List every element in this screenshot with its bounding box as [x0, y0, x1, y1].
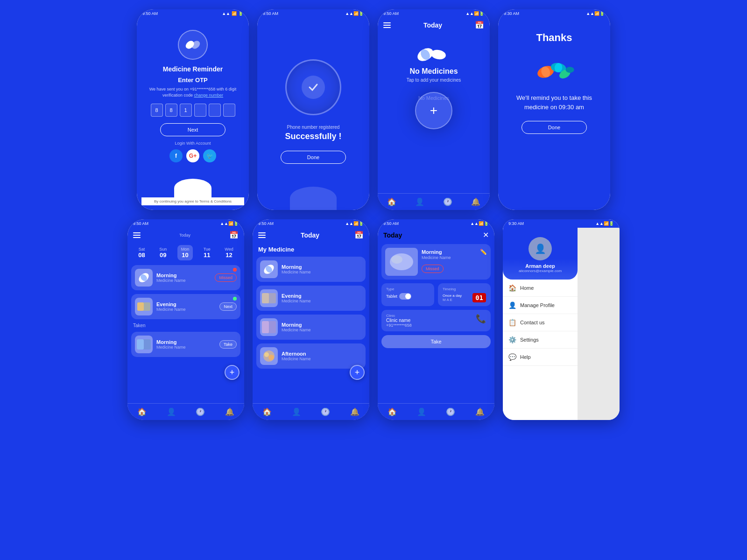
status-icons-4: ▲▲📶🔋 — [586, 11, 605, 16]
edit-icon[interactable]: ✏️ — [480, 249, 487, 255]
menu-item-home[interactable]: 🏠 Home — [503, 280, 578, 297]
nav-history-5[interactable]: 🕐 — [196, 407, 205, 416]
phone-otp: 9:50 AM ▲▲ 📶 🔋 Medicine Reminder Enter O… — [137, 9, 249, 210]
s6-morning-img — [260, 260, 278, 278]
s6-evening-card[interactable]: Evening Medicine Name — [256, 286, 366, 311]
tap-to-add-text: Tap to add your medicines — [407, 77, 461, 83]
svg-rect-25 — [262, 293, 269, 303]
evening-next-card[interactable]: Evening Medicine Name Next — [131, 294, 240, 319]
take-btn[interactable]: Take — [381, 335, 491, 348]
help-menu-icon: 💬 — [508, 353, 516, 361]
nav-profile-7[interactable]: 👤 — [417, 407, 426, 416]
close-icon[interactable]: ✕ — [483, 231, 489, 239]
taken-med-time: Morning — [156, 339, 216, 345]
pills-illustration — [531, 51, 578, 84]
menu-button-5[interactable] — [133, 232, 141, 238]
menu-header: 👤 Arman deep aliconnors@example.com — [503, 228, 578, 280]
morning-taken-card[interactable]: Morning Medicine Name Take — [131, 332, 240, 357]
s6-afternoon-name: Medicine Name — [282, 357, 362, 361]
menu-item-help[interactable]: 💬 Help — [503, 349, 578, 366]
svg-rect-28 — [262, 321, 269, 333]
s6-afternoon-time: Afternoon — [282, 351, 362, 357]
nav-bell-6[interactable]: 🔔 — [350, 407, 359, 416]
toggle-switch[interactable] — [399, 293, 411, 300]
change-number-link[interactable]: change number — [194, 93, 224, 98]
nav-bell-7[interactable]: 🔔 — [475, 407, 485, 416]
otp-box-3[interactable]: 1 — [180, 104, 192, 117]
otp-box-4[interactable] — [194, 104, 206, 117]
login-with-label: Login With Account — [175, 141, 211, 146]
date-sat[interactable]: Sat 08 — [134, 245, 148, 260]
phone-no-medicines: 9:50 AM ▲▲📶🔋 Today 📅 No Medicines — [378, 9, 490, 210]
otp-box-1[interactable]: 8 — [151, 104, 163, 117]
bottom-nav-5: 🏠 👤 🕐 🔔 — [127, 403, 244, 420]
nav-profile-3[interactable]: 👤 — [415, 197, 424, 206]
clinic-name: Clinic name — [386, 318, 472, 323]
menu-item-settings[interactable]: ⚙️ Settings — [503, 331, 578, 349]
phone-today-calendar: 9:50 AM ▲▲📶🔋 Today 📅 Sat 08 Sun — [127, 219, 244, 420]
my-medicine-screen: Today 📅 My Medicine Morning Medicine Nam… — [253, 228, 369, 420]
menu-button-3[interactable] — [383, 22, 391, 28]
s6-morning-card[interactable]: Morning Medicine Name — [256, 257, 366, 282]
next-button[interactable]: Next — [160, 123, 226, 136]
nav-bell-3[interactable]: 🔔 — [471, 197, 480, 206]
date-sun[interactable]: Sun 09 — [155, 245, 170, 260]
google-login-btn[interactable]: G+ — [186, 149, 199, 162]
otp-box-5[interactable] — [209, 104, 221, 117]
nav-home-7[interactable]: 🏠 — [388, 407, 397, 416]
today-calendar-screen: Today 📅 Sat 08 Sun 09 Mon 10 Tue — [127, 228, 244, 420]
menu-button-6[interactable] — [258, 232, 266, 238]
facebook-login-btn[interactable]: f — [169, 149, 183, 162]
take-badge[interactable]: Take — [219, 340, 237, 349]
fab-add-btn-6[interactable]: + — [350, 365, 365, 380]
nav-home-3[interactable]: 🏠 — [387, 197, 396, 206]
status-bar-7: 9:50 AM ▲▲📶🔋 — [378, 219, 494, 228]
morning-missed-card[interactable]: Morning Medicine Name Missed — [131, 265, 240, 290]
checkmark — [302, 76, 325, 99]
thanks-screen: Thanks We'll remind you to take this med… — [498, 18, 610, 210]
nav-home-5[interactable]: 🏠 — [137, 407, 147, 416]
pill-icon-circle — [178, 30, 208, 60]
date-mon[interactable]: Mon 10 — [177, 245, 193, 260]
s6-afternoon-card[interactable]: Afternoon Medicine Name — [256, 343, 366, 369]
nav-profile-6[interactable]: 👤 — [292, 407, 301, 416]
settings-menu-icon: ⚙️ — [508, 336, 516, 343]
done-button-s4[interactable]: Done — [521, 121, 587, 134]
next-dot — [233, 297, 237, 301]
date-wed[interactable]: Wed 12 — [221, 245, 237, 260]
screen5-footer: + — [127, 359, 244, 403]
phone-profile-menu: 9:30 AM ▲▲📶🔋 👤 Arman deep aliconnors@exa… — [503, 219, 620, 420]
otp-box-6[interactable] — [223, 104, 235, 117]
nav-profile-5[interactable]: 👤 — [167, 407, 176, 416]
done-button-s2[interactable]: Done — [281, 151, 346, 164]
remind-text: We'll remind you to take this medicine o… — [507, 93, 601, 112]
date-tue[interactable]: Tue 11 — [200, 245, 214, 260]
otp-box-2[interactable]: 8 — [165, 104, 177, 117]
calendar-icon-5[interactable]: 📅 — [229, 231, 239, 239]
status-time-3: 9:50 AM — [383, 11, 399, 16]
fab-add-btn-5[interactable]: + — [225, 365, 240, 380]
nav-history-6[interactable]: 🕐 — [321, 407, 330, 416]
status-icons-5: ▲▲📶🔋 — [220, 221, 239, 226]
detail-med-name: Medicine Name — [422, 255, 487, 260]
nav-history-7[interactable]: 🕐 — [446, 407, 455, 416]
menu-item-manage-profile[interactable]: 👤 Manage Profile — [503, 297, 578, 314]
type-label: Type — [386, 287, 430, 291]
otp-input-boxes[interactable]: 8 8 1 — [151, 104, 235, 117]
nav-home-6[interactable]: 🏠 — [262, 407, 272, 416]
status-icons-6: ▲▲📶🔋 — [345, 221, 364, 226]
calendar-icon-3[interactable]: 📅 — [475, 21, 484, 29]
status-icons-2: ▲▲📶🔋 — [345, 11, 364, 16]
calendar-icon-6[interactable]: 📅 — [354, 231, 364, 239]
s6-morning2-card[interactable]: Morning Medicine Name — [256, 315, 366, 340]
menu-panel: 👤 Arman deep aliconnors@example.com 🏠 Ho… — [503, 228, 578, 420]
nav-history-3[interactable]: 🕐 — [443, 197, 452, 206]
home-menu-icon: 🏠 — [508, 284, 516, 292]
nav-bell-5[interactable]: 🔔 — [225, 407, 234, 416]
twitter-login-btn[interactable]: 🐦 — [203, 149, 216, 162]
top-bar-6: Today 📅 — [253, 228, 369, 242]
phone-icon[interactable]: 📞 — [476, 314, 486, 324]
phone-today-detail: 9:50 AM ▲▲📶🔋 Today ✕ — [378, 219, 494, 420]
clinic-row: Clinic Clinic name +91*******658 📞 — [381, 310, 491, 331]
menu-item-contact[interactable]: 📋 Contact us — [503, 314, 578, 331]
